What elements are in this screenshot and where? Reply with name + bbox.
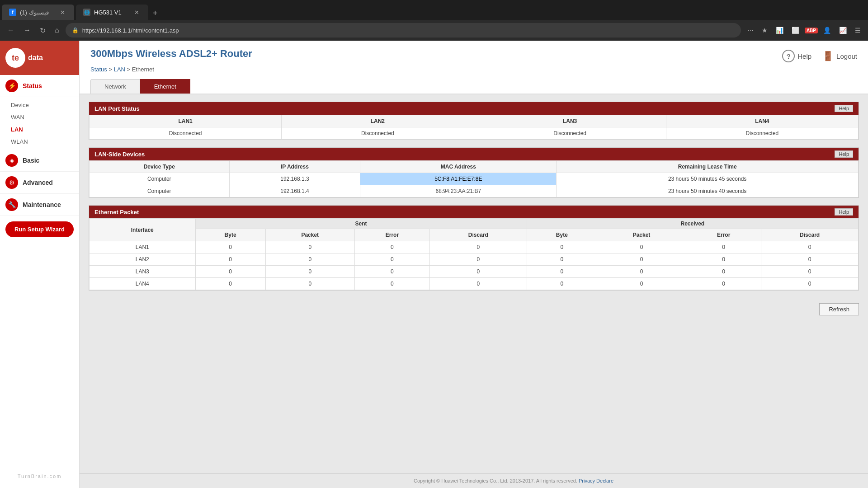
footer-text: Copyright © Huawei Technologies Co., Ltd… <box>414 478 577 483</box>
sent-header: Sent <box>195 219 527 229</box>
eth-row-4-col-2: 0 <box>265 278 354 290</box>
ethernet-row-3: LAN300000000 <box>90 266 859 278</box>
forward-button[interactable]: → <box>21 24 33 36</box>
lease-time-1: 23 hours 50 minutes 45 seconds <box>557 173 859 185</box>
tab-network[interactable]: Network <box>90 79 140 94</box>
lease-time-2: 23 hours 50 minutes 40 seconds <box>557 185 859 197</box>
refresh-button[interactable]: ↻ <box>37 24 48 37</box>
sidebar-item-maintenance[interactable]: 🔧 Maintenance <box>0 194 79 216</box>
tab-hg531[interactable]: 🌐 HG531 V1 ✕ <box>76 5 148 20</box>
sidebar-item-wlan[interactable]: WLAN <box>0 136 79 148</box>
sidebar-basic-label: Basic <box>23 157 39 164</box>
lan2-header: LAN2 <box>282 115 474 127</box>
lan2-status: Disconnected <box>282 127 474 140</box>
hg531-favicon: 🌐 <box>83 9 90 16</box>
eth-row-1-col-5: 0 <box>527 241 597 253</box>
eth-row-4-col-0: LAN4 <box>90 278 196 290</box>
lan-side-devices-help[interactable]: Help <box>835 150 853 158</box>
ip-address-1: 192.168.1.3 <box>229 173 360 185</box>
ethernet-packet-help[interactable]: Help <box>835 208 853 216</box>
user-icon[interactable]: 👤 <box>821 25 834 36</box>
help-label: Help <box>797 52 811 60</box>
breadcrumb-ethernet: Ethernet <box>132 66 154 73</box>
lan-port-status-table: LAN1 LAN2 LAN3 LAN4 Disconnected Disconn… <box>89 115 859 140</box>
content-body: LAN Port Status Help LAN1 LAN2 LAN3 LAN4 <box>80 94 868 334</box>
sidebar-item-device[interactable]: Device <box>0 99 79 111</box>
lan-side-devices-table: Device Type IP Address MAC Address Remai… <box>89 160 859 197</box>
eth-row-4-col-3: 0 <box>354 278 429 290</box>
sidebar-maintenance-label: Maintenance <box>23 201 61 208</box>
sidebar-item-wan[interactable]: WAN <box>0 111 79 123</box>
eth-row-1-col-1: 0 <box>195 241 265 253</box>
lan4-status: Disconnected <box>666 127 858 140</box>
sidebar-advanced-label: Advanced <box>23 179 53 186</box>
eth-row-4-col-1: 0 <box>195 278 265 290</box>
refresh-button[interactable]: Refresh <box>819 303 859 315</box>
tab-facebook[interactable]: f (1) فيسبوك ✕ <box>2 5 74 20</box>
address-bar-container: 🔒 <box>66 23 741 38</box>
sent-error-header: Error <box>354 229 429 241</box>
sidebar-item-basic[interactable]: ◈ Basic <box>0 150 79 172</box>
eth-row-1-col-7: 0 <box>686 241 761 253</box>
router-title: 300Mbps Wireless ADSL2+ Router <box>90 48 252 60</box>
lan4-header: LAN4 <box>666 115 858 127</box>
eth-row-2-col-8: 0 <box>761 253 859 266</box>
eth-row-1-col-0: LAN1 <box>90 241 196 253</box>
lan-port-status-title: LAN Port Status Help <box>89 102 859 115</box>
new-tab-button[interactable]: + <box>148 7 162 20</box>
tab-hg531-close[interactable]: ✕ <box>132 8 141 17</box>
lan3-status: Disconnected <box>474 127 666 140</box>
lan-side-devices-title: LAN-Side Devices Help <box>89 148 859 160</box>
sent-discard-header: Discard <box>430 229 527 241</box>
lan-port-status-section: LAN Port Status Help LAN1 LAN2 LAN3 LAN4 <box>89 102 859 140</box>
ip-address-header: IP Address <box>229 161 360 173</box>
extensions-icon[interactable]: ⋯ <box>745 25 756 36</box>
eth-row-3-col-3: 0 <box>354 266 429 278</box>
sidebar-item-status[interactable]: ⚡ Status <box>0 75 79 97</box>
help-button[interactable]: ? Help <box>782 50 811 62</box>
sidebar-item-lan[interactable]: LAN <box>0 123 79 136</box>
tab-facebook-close[interactable]: ✕ <box>58 8 67 17</box>
toolbar-right: ⋯ ★ 📊 ⬜ ABP 👤 📈 ☰ <box>745 25 863 36</box>
run-wizard-button[interactable]: Run Setup Wizard <box>5 221 74 237</box>
ethernet-packet-label: Ethernet Packet <box>94 209 139 216</box>
logout-label: Logout <box>836 52 857 60</box>
main-content: 300Mbps Wireless ADSL2+ Router ? Help 🚪 … <box>80 41 868 488</box>
eth-row-2-col-1: 0 <box>195 253 265 266</box>
eth-row-3-col-0: LAN3 <box>90 266 196 278</box>
lan3-header: LAN3 <box>474 115 666 127</box>
mac-address-1[interactable]: 5C:F8:A1:FE:E7:8E <box>360 173 557 185</box>
tab-facebook-label: (1) فيسبوك <box>20 9 49 16</box>
address-bar[interactable] <box>82 27 735 34</box>
eth-row-2-col-4: 0 <box>430 253 527 266</box>
breadcrumb-status[interactable]: Status <box>90 66 107 73</box>
sidebar-item-advanced[interactable]: ⚙ Advanced <box>0 172 79 194</box>
breadcrumb-lan[interactable]: LAN <box>114 66 125 73</box>
lan-port-status-help[interactable]: Help <box>835 105 853 112</box>
eth-row-2-col-0: LAN2 <box>90 253 196 266</box>
tab-hg531-label: HG531 V1 <box>94 9 122 16</box>
hamburger-menu[interactable]: ☰ <box>852 25 863 36</box>
device-type-header: Device Type <box>90 161 230 173</box>
ethernet-packet-title: Ethernet Packet Help <box>89 206 859 218</box>
sidebar-status-label: Status <box>23 82 42 89</box>
ip-address-2: 192.168.1.4 <box>229 185 360 197</box>
bookmark-icon[interactable]: ★ <box>759 25 770 36</box>
sent-packet-header: Packet <box>265 229 354 241</box>
lease-time-header: Remaining Lease Time <box>557 161 859 173</box>
lan1-header: LAN1 <box>90 115 282 127</box>
menu-icon-1[interactable]: 📊 <box>773 25 786 36</box>
back-button[interactable]: ← <box>5 24 17 36</box>
logout-button[interactable]: 🚪 Logout <box>822 51 857 61</box>
mac-address-2: 68:94:23:AA:21:B7 <box>360 185 557 197</box>
tab-sync-icon[interactable]: ⬜ <box>789 25 802 36</box>
tab-ethernet[interactable]: Ethernet <box>140 79 190 94</box>
privacy-link[interactable]: Privacy Declare <box>579 478 613 483</box>
home-button[interactable]: ⌂ <box>52 24 62 36</box>
device-row-2: Computer 192.168.1.4 68:94:23:AA:21:B7 2… <box>90 185 859 197</box>
eth-row-3-col-6: 0 <box>597 266 686 278</box>
logo-area: te data <box>0 41 79 75</box>
bar-chart-icon[interactable]: 📈 <box>836 25 849 36</box>
refresh-area: Refresh <box>89 298 859 327</box>
device-type-1: Computer <box>90 173 230 185</box>
